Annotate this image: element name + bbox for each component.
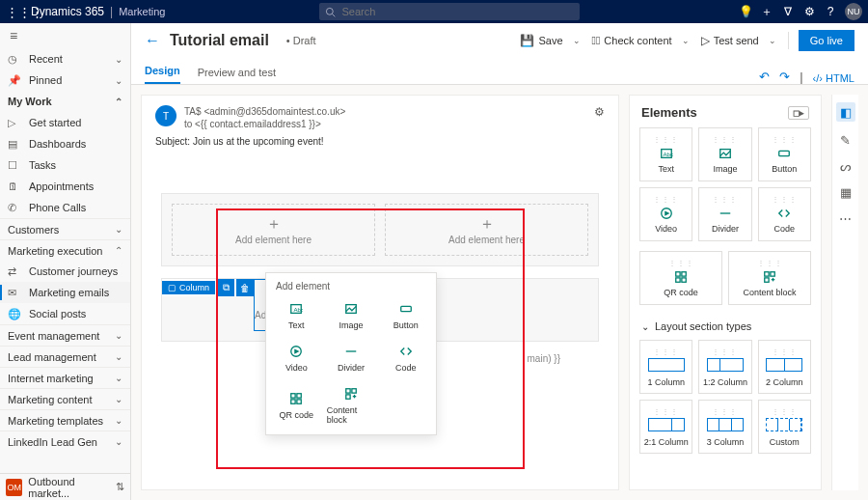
status-badge: • Draft bbox=[286, 35, 316, 46]
search-input[interactable] bbox=[341, 6, 574, 17]
popup-item-qr-code[interactable]: QR code bbox=[270, 380, 323, 431]
element-video[interactable]: ⋮⋮⋮Video bbox=[639, 187, 692, 241]
filter-icon[interactable]: ∇ bbox=[777, 5, 799, 18]
svg-rect-25 bbox=[676, 271, 680, 275]
layout-2-1-column[interactable]: ⋮⋮⋮2:1 Column bbox=[639, 400, 692, 454]
text-icon: Abc bbox=[289, 301, 303, 317]
nav-get-started[interactable]: ▷Get started bbox=[0, 112, 130, 133]
duplicate-icon[interactable]: ⧉ bbox=[217, 279, 234, 296]
nav-appointments[interactable]: 🗓Appointments bbox=[0, 176, 130, 197]
tab-preview[interactable]: Preview and test bbox=[198, 61, 276, 84]
nav-marketing-emails[interactable]: ✉Marketing emails bbox=[0, 282, 130, 303]
drop-zone[interactable]: ＋Add element here bbox=[172, 204, 375, 256]
divider-icon bbox=[719, 206, 732, 220]
nav-pinned[interactable]: 📌Pinned⌄ bbox=[0, 69, 130, 91]
tab-design[interactable]: Design bbox=[145, 59, 180, 84]
layout-1-column[interactable]: ⋮⋮⋮1 Column bbox=[639, 340, 692, 394]
redo-icon[interactable]: ↷ bbox=[779, 69, 790, 84]
popup-item-text[interactable]: AbcText bbox=[270, 295, 323, 336]
element-content-block[interactable]: ⋮⋮⋮Content block bbox=[728, 251, 811, 305]
nav-customer-journeys[interactable]: ⇄Customer journeys bbox=[0, 261, 130, 282]
image-icon bbox=[344, 301, 358, 317]
svg-text:Abc: Abc bbox=[663, 150, 673, 156]
svg-rect-15 bbox=[346, 395, 350, 399]
go-live-button[interactable]: Go live bbox=[799, 30, 854, 51]
test-send-button[interactable]: ▷Test send bbox=[697, 31, 763, 50]
nav-group-customers[interactable]: Customers⌄ bbox=[0, 218, 130, 239]
element-qr-code[interactable]: ⋮⋮⋮QR code bbox=[639, 251, 722, 305]
rail-more-icon[interactable]: ⋯ bbox=[839, 211, 852, 226]
popup-item-code[interactable]: Code bbox=[379, 338, 432, 378]
element-text[interactable]: ⋮⋮⋮AbcText bbox=[639, 127, 692, 181]
nav-recent[interactable]: ◷Recent⌄ bbox=[0, 48, 130, 69]
svg-rect-27 bbox=[676, 277, 680, 281]
chevron-updown-icon: ⇅ bbox=[116, 481, 124, 493]
save-dropdown[interactable]: ⌄ bbox=[571, 34, 583, 47]
settings-icon[interactable]: ⚙ bbox=[799, 5, 820, 18]
check-icon: ✓⃝ bbox=[592, 34, 601, 47]
lightbulb-icon[interactable]: 💡 bbox=[735, 5, 756, 18]
nav-phone-calls[interactable]: ✆Phone Calls bbox=[0, 197, 130, 218]
nav-group-internet-marketing[interactable]: Internet marketing⌄ bbox=[0, 367, 130, 388]
layout-section-toggle[interactable]: ⌄Layout section types bbox=[630, 315, 821, 340]
popup-item-image[interactable]: Image bbox=[325, 295, 378, 336]
drop-zone[interactable]: ＋Add element here bbox=[385, 204, 588, 256]
area-badge: OM bbox=[6, 479, 22, 496]
popup-item-button[interactable]: Button bbox=[379, 295, 432, 336]
panel-collapse-icon[interactable]: ◻▸ bbox=[788, 106, 809, 120]
element-divider[interactable]: ⋮⋮⋮Divider bbox=[698, 187, 751, 241]
element-image[interactable]: ⋮⋮⋮Image bbox=[698, 127, 751, 181]
nav-group-lead-management[interactable]: Lead management⌄ bbox=[0, 346, 130, 367]
rail-preview-icon[interactable]: ▦ bbox=[840, 185, 852, 200]
rail-elements-icon[interactable]: ◧ bbox=[836, 102, 855, 122]
hamburger-icon[interactable]: ≡ bbox=[0, 23, 130, 48]
area-switcher[interactable]: OM Outbound market... ⇅ bbox=[0, 473, 130, 500]
user-avatar[interactable]: NU bbox=[845, 3, 862, 20]
nav-group-linkedin-lead-gen[interactable]: LinkedIn Lead Gen⌄ bbox=[0, 431, 130, 452]
popup-item-divider[interactable]: Divider bbox=[325, 338, 378, 378]
svg-text:Abc: Abc bbox=[294, 306, 304, 313]
global-search[interactable] bbox=[319, 3, 580, 20]
layout-custom-icon bbox=[766, 418, 802, 431]
layout-custom[interactable]: ⋮⋮⋮Custom bbox=[758, 400, 811, 454]
back-button[interactable]: ← bbox=[145, 32, 160, 49]
rail-connections-icon[interactable]: ᔕ bbox=[840, 159, 852, 174]
check-content-button[interactable]: ✓⃝Check content bbox=[588, 31, 676, 50]
content-block-icon bbox=[763, 269, 776, 284]
section-row-1[interactable]: ＋Add element here ＋Add element here bbox=[161, 193, 599, 266]
popup-item-video[interactable]: Video bbox=[270, 338, 323, 378]
header-settings-icon[interactable]: ⚙ bbox=[594, 105, 605, 119]
check-dropdown[interactable]: ⌄ bbox=[680, 34, 692, 47]
popup-title: Add element bbox=[270, 279, 432, 295]
nav-dashboards[interactable]: ▤Dashboards bbox=[0, 133, 130, 154]
subject-line: Subject: Join us at the upcoming event! bbox=[155, 136, 605, 147]
layout-2-column[interactable]: ⋮⋮⋮2 Column bbox=[758, 340, 811, 394]
nav-group-event-management[interactable]: Event management⌄ bbox=[0, 324, 130, 346]
nav-group-mywork[interactable]: My Work⌃ bbox=[0, 91, 130, 112]
help-icon[interactable]: ? bbox=[820, 5, 841, 18]
nav-group-marketing-execution[interactable]: Marketing execution⌃ bbox=[0, 239, 130, 261]
html-toggle[interactable]: ‹/› HTML bbox=[813, 72, 854, 84]
send-icon: ▷ bbox=[701, 34, 710, 47]
nav-group-marketing-content[interactable]: Marketing content⌄ bbox=[0, 388, 130, 409]
layout-3-column[interactable]: ⋮⋮⋮3 Column bbox=[698, 400, 751, 454]
popup-item-content-block[interactable]: Content block bbox=[325, 380, 378, 431]
test-dropdown[interactable]: ⌄ bbox=[767, 34, 778, 47]
email-icon: ✉ bbox=[8, 287, 23, 299]
nav-social-posts[interactable]: 🌐Social posts bbox=[0, 303, 130, 324]
nav-group-marketing-templates[interactable]: Marketing templates⌄ bbox=[0, 409, 130, 431]
right-rail: ◧ ✎ ᔕ ▦ ⋯ bbox=[831, 95, 858, 490]
undo-icon[interactable]: ↶ bbox=[759, 69, 770, 84]
code-icon bbox=[777, 206, 791, 220]
selection-tag[interactable]: ▢ Column bbox=[162, 281, 215, 294]
layout-1-2-column[interactable]: ⋮⋮⋮1:2 Column bbox=[698, 340, 751, 394]
element-button[interactable]: ⋮⋮⋮Button bbox=[758, 127, 811, 181]
plus-icon[interactable]: ＋ bbox=[756, 4, 777, 20]
rail-styles-icon[interactable]: ✎ bbox=[840, 133, 851, 148]
save-button[interactable]: 💾Save bbox=[516, 31, 566, 50]
svg-rect-9 bbox=[291, 394, 295, 398]
nav-tasks[interactable]: ☐Tasks bbox=[0, 154, 130, 176]
app-launcher[interactable]: ⋮⋮⋮ bbox=[6, 5, 21, 19]
element-code[interactable]: ⋮⋮⋮Code bbox=[758, 187, 811, 241]
delete-icon[interactable]: 🗑 bbox=[236, 279, 254, 296]
